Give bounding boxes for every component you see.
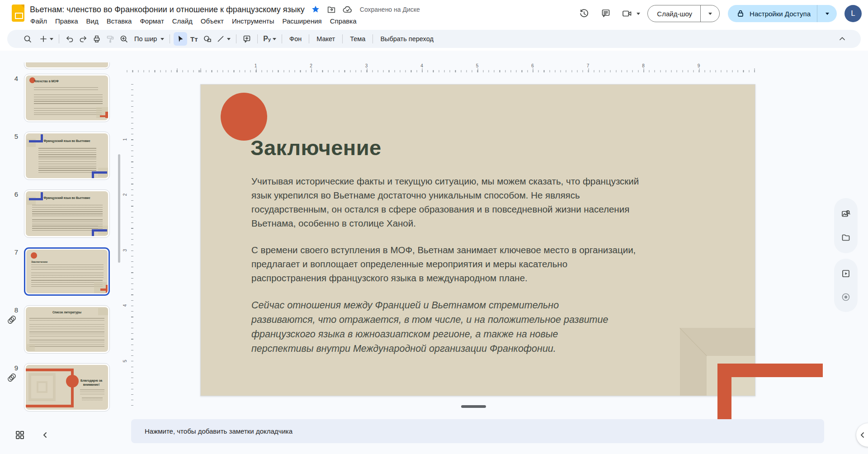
horizontal-ruler: 1 2 3 4 5 6 7 8 9 bbox=[123, 63, 756, 72]
thumb-text-lines bbox=[34, 87, 98, 92]
py-tool-dropdown[interactable]: Pу bbox=[261, 32, 278, 46]
slideshow-dropdown[interactable] bbox=[700, 5, 719, 22]
side-tools-group-1 bbox=[834, 198, 858, 253]
slide-circle-decoration[interactable] bbox=[221, 93, 267, 141]
body-line: развиваются, что отражается, в том числе… bbox=[251, 312, 717, 327]
thumbnail-slide-3-partial[interactable] bbox=[24, 62, 110, 69]
thumbnail-slide-9[interactable]: Благодарю за внимание! bbox=[24, 363, 110, 411]
redo-icon[interactable] bbox=[76, 32, 90, 46]
thumb-text-lines bbox=[32, 205, 103, 217]
body-line: французского языка в южноазиатском регио… bbox=[251, 327, 717, 341]
menu-slide[interactable]: Слайд bbox=[168, 16, 197, 26]
image-search-icon[interactable] bbox=[838, 206, 854, 222]
zoom-fit-dropdown[interactable]: По шир bbox=[131, 32, 166, 46]
move-to-folder-icon[interactable] bbox=[326, 5, 336, 14]
notes-resize-handle[interactable] bbox=[461, 405, 486, 408]
filmstrip-scrollbar[interactable] bbox=[118, 154, 120, 263]
comments-icon[interactable] bbox=[597, 5, 615, 23]
menu-edit[interactable]: Правка bbox=[51, 16, 82, 26]
thumbnail-slide-7-selected[interactable]: Заключение bbox=[24, 247, 110, 296]
line-dropdown-icon bbox=[227, 38, 231, 40]
slide-paragraph-2[interactable]: С времени своего вступления в МОФ, Вьетн… bbox=[251, 243, 717, 285]
theme-button[interactable]: Тема bbox=[346, 32, 369, 46]
meet-camera-icon[interactable] bbox=[619, 5, 635, 23]
shape-tool-icon[interactable] bbox=[201, 32, 214, 46]
transition-indicator-icon[interactable] bbox=[7, 373, 16, 382]
play-presentation-icon[interactable] bbox=[838, 265, 854, 282]
new-slide-dropdown-icon bbox=[50, 38, 53, 40]
transition-button[interactable]: Выбрать переход bbox=[377, 32, 437, 46]
menu-bar: Файл Правка Вид Вставка Формат Слайд Объ… bbox=[26, 15, 361, 26]
thumb-decoration bbox=[37, 381, 47, 393]
thumbnail-slide-4[interactable]: Членство в МОФ bbox=[24, 74, 110, 122]
body-line: С времени своего вступления в МОФ, Вьетн… bbox=[251, 243, 717, 257]
menu-help[interactable]: Справка bbox=[326, 16, 361, 26]
slide-paragraph-3-italic[interactable]: Сейчас отношения между Францией и Вьетна… bbox=[251, 298, 717, 356]
menu-insert[interactable]: Вставка bbox=[103, 16, 136, 26]
thumbnail-slide-8[interactable]: Список литературы bbox=[24, 305, 110, 354]
background-button[interactable]: Фон bbox=[286, 32, 305, 46]
thumb-decoration bbox=[71, 369, 74, 407]
menu-format[interactable]: Формат bbox=[136, 16, 168, 26]
thumbnail-slide-5[interactable]: Французский язык во Вьетнаме bbox=[24, 132, 110, 180]
layout-button[interactable]: Макет bbox=[313, 32, 339, 46]
thumb-decoration bbox=[94, 282, 107, 293]
grid-view-icon[interactable] bbox=[12, 427, 28, 443]
thumb-title: Заключение bbox=[31, 260, 47, 264]
slide-canvas[interactable]: Заключение Учитывая исторические факты и… bbox=[200, 84, 755, 396]
record-icon[interactable] bbox=[838, 289, 854, 305]
slide-number: 6 bbox=[4, 190, 18, 198]
menu-file[interactable]: Файл bbox=[26, 16, 51, 26]
caret-down-icon bbox=[708, 13, 712, 15]
caret-down-icon bbox=[160, 38, 164, 40]
vertical-ruler: 1 2 3 4 5 bbox=[123, 73, 135, 409]
meet-dropdown-icon[interactable] bbox=[637, 13, 640, 15]
folder-icon[interactable] bbox=[838, 229, 854, 246]
share-button-group: Настройки Доступа bbox=[728, 5, 837, 22]
menu-view[interactable]: Вид bbox=[82, 16, 103, 26]
speaker-notes-placeholder: Нажмите, чтобы добавить заметки докладчи… bbox=[145, 427, 292, 435]
thumb-text-lines bbox=[38, 161, 96, 173]
body-line: перспективы внутри Международной организ… bbox=[251, 341, 717, 356]
slide-orange-l-decoration[interactable] bbox=[717, 364, 823, 377]
slide-title[interactable]: Заключение bbox=[250, 135, 382, 160]
lock-icon bbox=[736, 9, 745, 18]
google-slides-app: Вьетнам: членство во Франкофонии и отнош… bbox=[0, 0, 868, 454]
slideshow-button[interactable]: Слайд-шоу bbox=[648, 10, 700, 18]
zoom-in-icon[interactable] bbox=[117, 32, 131, 46]
new-slide-button[interactable] bbox=[37, 32, 55, 46]
thumb-text-lines bbox=[82, 397, 103, 401]
thumb-circle-decoration bbox=[31, 252, 37, 259]
menu-extensions[interactable]: Расширения bbox=[278, 16, 326, 26]
menu-object[interactable]: Объект bbox=[197, 16, 228, 26]
cloud-saved-icon[interactable] bbox=[342, 4, 353, 15]
share-button[interactable]: Настройки Доступа bbox=[750, 10, 817, 18]
speaker-notes-input[interactable]: Нажмите, чтобы добавить заметки докладчи… bbox=[131, 419, 824, 443]
thumb-decoration bbox=[92, 229, 94, 236]
share-dropdown[interactable] bbox=[817, 5, 837, 22]
collapse-filmstrip-icon[interactable] bbox=[39, 429, 52, 441]
saved-status[interactable]: Сохранено на Диске bbox=[360, 6, 420, 13]
star-icon[interactable] bbox=[311, 5, 321, 14]
slide-paragraph-1[interactable]: Учитывая исторические факты и текущую си… bbox=[251, 174, 717, 230]
expand-sidebar-button[interactable] bbox=[856, 423, 868, 447]
print-icon[interactable] bbox=[90, 32, 104, 46]
undo-icon[interactable] bbox=[63, 32, 76, 46]
version-history-icon[interactable] bbox=[575, 5, 593, 23]
document-title[interactable]: Вьетнам: членство во Франкофонии и отнош… bbox=[30, 5, 305, 14]
thumb-title: Благодарю за внимание! bbox=[76, 378, 106, 387]
menu-tools[interactable]: Инструменты bbox=[228, 16, 278, 26]
thumb-text-lines bbox=[80, 389, 104, 395]
text-box-tool-icon[interactable]: Tт bbox=[187, 32, 201, 46]
add-comment-icon[interactable] bbox=[240, 32, 254, 46]
collapse-menus-icon[interactable] bbox=[835, 32, 849, 46]
line-tool-icon[interactable] bbox=[214, 32, 232, 46]
thumb-text-lines bbox=[29, 331, 104, 338]
transition-indicator-icon[interactable] bbox=[7, 315, 16, 324]
slides-logo-icon[interactable] bbox=[12, 5, 24, 22]
search-menus-icon[interactable] bbox=[21, 32, 34, 46]
thumb-title: Членство в МОФ bbox=[34, 80, 58, 83]
thumbnail-slide-6[interactable]: Французский язык во Вьетнаме bbox=[24, 189, 110, 238]
account-avatar[interactable]: L bbox=[844, 5, 862, 22]
select-tool-icon[interactable] bbox=[174, 32, 187, 46]
